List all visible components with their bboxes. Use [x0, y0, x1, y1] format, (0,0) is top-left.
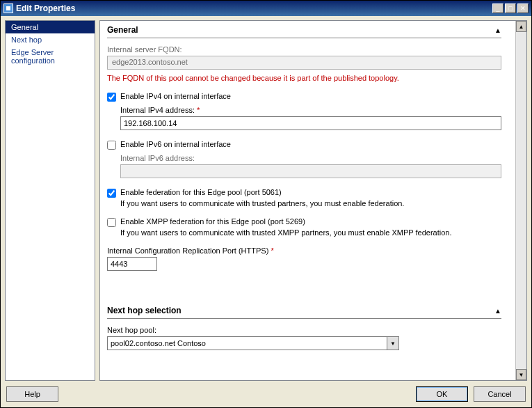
enable-ipv6-checkbox[interactable] [107, 141, 116, 150]
svg-rect-1 [6, 6, 10, 10]
repl-port-input[interactable] [107, 257, 157, 271]
sidebar-item-general[interactable]: General [6, 21, 95, 33]
enable-federation-checkbox[interactable] [107, 189, 116, 198]
enable-ipv6-label: Enable IPv6 on internal interface [120, 140, 231, 148]
help-button[interactable]: Help [6, 386, 58, 402]
section-title-nexthop: Next hop selection [107, 306, 494, 315]
fqdn-warning: The FQDN of this pool cannot be changed … [107, 74, 501, 82]
nexthop-pool-dropdown[interactable]: pool02.contoso.net Contoso ▼ [107, 336, 399, 350]
enable-xmpp-checkbox[interactable] [107, 218, 116, 227]
scroll-up-button[interactable]: ▲ [516, 21, 526, 32]
window-title: Edit Properties [16, 3, 492, 13]
enable-ipv4-label: Enable IPv4 on internal interface [120, 92, 231, 100]
nexthop-pool-label: Next hop pool: [107, 326, 501, 334]
dialog-window: Edit Properties _ □ ✕ General Next hop E… [0, 0, 532, 408]
section-header-nexthop[interactable]: Next hop selection ▲ [107, 301, 501, 319]
ipv6-addr-input [120, 164, 501, 178]
fqdn-label: Internal server FQDN: [107, 45, 501, 54]
nav-sidebar: General Next hop Edge Server configurati… [5, 20, 95, 381]
app-icon [3, 3, 13, 13]
ipv4-addr-input[interactable] [120, 116, 501, 130]
nexthop-pool-value: pool02.contoso.net Contoso [111, 339, 206, 347]
collapse-icon: ▲ [494, 26, 501, 34]
dialog-footer: Help OK Cancel [5, 381, 527, 403]
minimize-button[interactable]: _ [492, 3, 503, 13]
enable-ipv4-checkbox[interactable] [107, 93, 116, 102]
enable-federation-label: Enable federation for this Edge pool (po… [120, 188, 282, 196]
sidebar-item-next-hop[interactable]: Next hop [6, 33, 95, 46]
cancel-button[interactable]: Cancel [474, 386, 526, 402]
fqdn-value: edge2013.contoso.net [107, 56, 501, 70]
section-title-general: General [107, 25, 494, 35]
sidebar-item-edge-server-config[interactable]: Edge Server configuration [6, 46, 95, 67]
collapse-icon: ▲ [494, 307, 501, 315]
dropdown-arrow-icon[interactable]: ▼ [387, 337, 398, 350]
enable-xmpp-label: Enable XMPP federation for this Edge poo… [120, 217, 305, 226]
close-button[interactable]: ✕ [517, 3, 529, 13]
scroll-track[interactable] [516, 32, 526, 369]
section-header-general[interactable]: General ▲ [107, 21, 501, 38]
scroll-down-button[interactable]: ▼ [516, 369, 526, 380]
ipv4-addr-label: Internal IPv4 address: * [120, 106, 501, 114]
content-panel: General ▲ Internal server FQDN: edge2013… [99, 20, 527, 381]
xmpp-hint: If you want users to communicate with tr… [120, 228, 501, 237]
ipv6-addr-label: Internal IPv6 address: [120, 154, 501, 162]
repl-port-label: Internal Configuration Replication Port … [107, 246, 501, 255]
federation-hint: If you want users to communicate with tr… [120, 199, 501, 207]
ok-button[interactable]: OK [416, 386, 468, 402]
maximize-button[interactable]: □ [505, 3, 516, 13]
title-bar[interactable]: Edit Properties _ □ ✕ [1, 1, 531, 16]
vertical-scrollbar[interactable]: ▲ ▼ [515, 21, 526, 380]
